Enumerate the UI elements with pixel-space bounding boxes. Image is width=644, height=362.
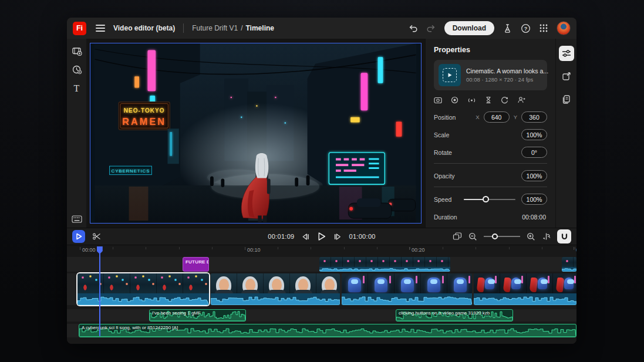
clip-frame-thumbnail xyxy=(237,273,264,293)
clip-frame-thumbnail xyxy=(157,273,183,293)
download-button[interactable]: Download xyxy=(444,21,494,35)
step-forward-icon[interactable] xyxy=(333,233,342,241)
rotate-row: Rotate 0° xyxy=(434,147,547,158)
clip-frame-thumbnail xyxy=(390,257,402,267)
zoom-in-icon[interactable] xyxy=(527,232,535,241)
cyberpunk-scene: NEO-TOKYO RAMEN CYBERNETICS xyxy=(90,43,420,222)
ruler-major-tick xyxy=(409,247,410,250)
clip-frame-thumbnail xyxy=(527,273,553,293)
scroll-to-playhead-icon[interactable] xyxy=(542,232,551,241)
regenerate-icon[interactable] xyxy=(501,96,508,104)
timeline-ruler[interactable]: 00:0000:1000:2000:30 xyxy=(67,246,576,255)
video-clip[interactable] xyxy=(77,273,209,305)
extend-clock-icon[interactable] xyxy=(72,65,82,75)
text-tool-icon[interactable]: T xyxy=(74,83,80,94)
mask-icon[interactable] xyxy=(451,96,458,104)
rotate-label: Rotate xyxy=(434,149,452,156)
undo-icon[interactable] xyxy=(408,23,418,33)
versions-panel-button[interactable] xyxy=(559,92,574,107)
hamburger-menu-icon[interactable] xyxy=(96,25,105,32)
clip-frame-thumbnail xyxy=(343,257,355,267)
clip-frame-thumbnail xyxy=(402,257,413,267)
split-scissors-icon[interactable] xyxy=(92,232,102,241)
step-back-icon[interactable] xyxy=(302,233,311,241)
fit-timeline-icon[interactable] xyxy=(453,232,462,241)
keyboard-shortcuts-icon[interactable] xyxy=(72,215,82,223)
breadcrumb-project[interactable]: Future Drift V1 xyxy=(192,24,238,32)
ruler-label: 00:00 xyxy=(82,247,96,253)
zoom-out-icon[interactable] xyxy=(468,232,477,241)
ruler-label: 00:20 xyxy=(412,247,425,253)
opacity-input[interactable]: 100% xyxy=(521,170,547,181)
ruler-tick xyxy=(542,247,542,249)
video-clip[interactable] xyxy=(562,257,576,272)
clip-frame-thumbnail xyxy=(425,257,437,267)
audio-clip-label: I've been seeing 1 gMF xyxy=(152,310,201,316)
clip-audio-waveform xyxy=(319,267,450,272)
firefly-logo[interactable]: Fi xyxy=(73,22,86,35)
selected-clip-card[interactable]: Cinematic. A woman looks a... v.ffgenvid… xyxy=(434,60,547,90)
timeline-zoom-slider[interactable] xyxy=(484,233,520,240)
speed-slider-knob[interactable] xyxy=(483,196,489,202)
zoom-slider-knob[interactable] xyxy=(492,234,498,239)
ruler-tick xyxy=(179,247,180,249)
export-frame-button[interactable] xyxy=(559,69,574,84)
play-button[interactable] xyxy=(318,232,326,241)
duration-label: Duration xyxy=(434,214,457,221)
divider xyxy=(434,187,547,187)
scale-row: Scale 100% xyxy=(434,129,547,140)
clip-frame-thumbnail xyxy=(368,273,395,293)
beaker-icon[interactable] xyxy=(503,23,512,33)
opacity-row: Opacity 100% xyxy=(434,170,547,181)
clip-frame-thumbnail xyxy=(378,257,390,267)
properties-title: Properties xyxy=(434,46,547,54)
clip-audio-waveform xyxy=(77,293,209,305)
person-cutout-icon[interactable] xyxy=(517,96,525,104)
clip-frame-thumbnail xyxy=(316,273,340,293)
audio-clip[interactable]: clicking buttons on a video game 31920 k… xyxy=(396,309,513,322)
help-icon[interactable]: ? xyxy=(521,23,531,33)
clip-frame-thumbnail xyxy=(104,273,130,293)
video-clip[interactable] xyxy=(342,273,472,305)
audio-detach-icon[interactable] xyxy=(467,97,476,104)
clip-frame-thumbnail xyxy=(319,257,331,267)
position-label: Position xyxy=(434,114,456,121)
ruler-tick xyxy=(344,247,345,249)
clip-frame-thumbnail xyxy=(447,273,472,293)
redo-icon[interactable] xyxy=(426,23,436,33)
position-y-input[interactable]: 360 xyxy=(521,111,547,123)
clip-thumbnail xyxy=(439,64,461,86)
apps-grid-icon[interactable] xyxy=(539,23,548,33)
position-x-input[interactable]: 640 xyxy=(484,111,510,123)
clip-audio-waveform xyxy=(211,293,340,305)
duration-value: 00:08:00 xyxy=(522,214,546,221)
ruler-label: 00:30 xyxy=(576,247,576,253)
properties-tab-button[interactable] xyxy=(559,46,574,61)
video-preview-canvas[interactable]: NEO-TOKYO RAMEN CYBERNETICS xyxy=(90,43,422,224)
duration-hourglass-icon[interactable] xyxy=(485,96,492,104)
clip-audio-waveform xyxy=(474,293,576,305)
clip-frame-thumbnail xyxy=(342,273,368,293)
speed-input[interactable]: 100% xyxy=(521,194,547,205)
audio-clip[interactable]: A cyberpunk sci fi song, with or 8512422… xyxy=(79,324,576,337)
video-clip[interactable] xyxy=(211,273,340,305)
text-clip[interactable]: FUTURE DRIFT xyxy=(183,257,209,272)
y-axis-label: Y xyxy=(514,114,517,120)
video-clip[interactable] xyxy=(474,273,576,305)
ruler-label: 00:10 xyxy=(247,247,261,253)
breadcrumb-page: Timeline xyxy=(246,24,274,32)
speed-slider[interactable] xyxy=(464,196,515,203)
speed-label: Speed xyxy=(434,196,451,203)
timeline[interactable]: 00:0000:1000:2000:30 FUTURE DRIFTI've be… xyxy=(67,245,576,344)
clip-frame-thumbnail xyxy=(500,273,527,293)
rotate-input[interactable]: 0° xyxy=(521,147,547,158)
audio-clip[interactable]: I've been seeing 1 gMF xyxy=(149,309,246,322)
video-clip[interactable] xyxy=(319,257,450,272)
scale-input[interactable]: 100% xyxy=(521,129,547,140)
snapping-magnet-toggle[interactable] xyxy=(557,229,571,243)
add-media-icon[interactable] xyxy=(72,46,82,56)
reframe-icon[interactable] xyxy=(434,97,442,104)
ruler-tick xyxy=(410,247,410,249)
select-tool-button[interactable] xyxy=(72,230,85,243)
user-avatar[interactable] xyxy=(557,21,571,35)
